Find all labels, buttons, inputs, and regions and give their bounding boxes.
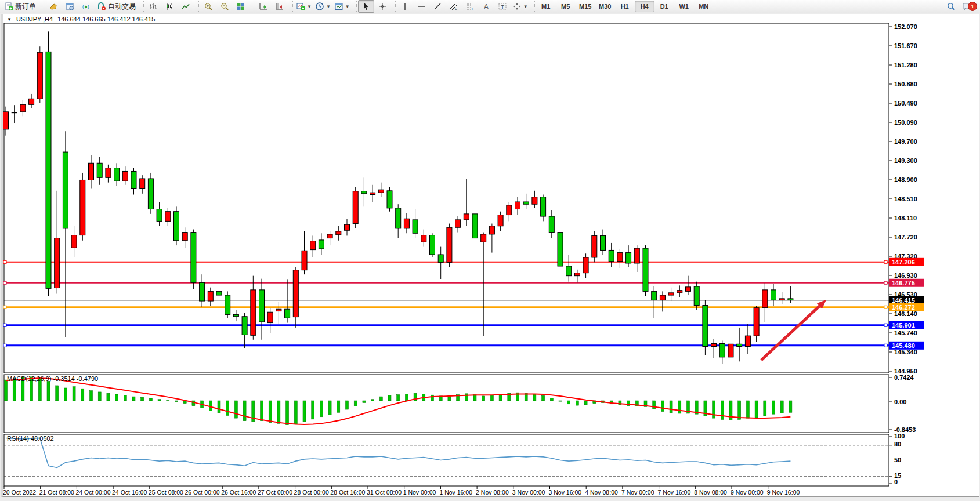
notifications-button[interactable]: 1 bbox=[959, 0, 975, 13]
macd-histogram-bar bbox=[234, 401, 237, 418]
chart-dropdown-icon[interactable]: ▼ bbox=[7, 17, 12, 22]
zoom-in-button[interactable] bbox=[200, 0, 216, 13]
text-label-tool-button[interactable]: T bbox=[494, 0, 511, 13]
auto-scroll-icon bbox=[259, 2, 268, 11]
timeframe-button-M15[interactable]: M15 bbox=[576, 1, 595, 12]
macd-histogram-bar bbox=[192, 401, 195, 406]
macd-histogram-bar bbox=[738, 401, 741, 419]
tile-windows-button[interactable] bbox=[233, 0, 249, 13]
fibonacci-tool-button[interactable]: F bbox=[462, 0, 478, 13]
timeframe-button-M5[interactable]: M5 bbox=[556, 1, 576, 12]
period-dropdown[interactable]: ▼ bbox=[313, 0, 332, 13]
macd-histogram-bar bbox=[789, 401, 792, 412]
crosshair-tool-button[interactable] bbox=[374, 0, 390, 13]
macd-histogram-bar bbox=[337, 401, 340, 412]
macd-histogram-bar bbox=[303, 401, 306, 422]
time-axis-label: 7 Nov 16:00 bbox=[658, 489, 691, 496]
new-order-button[interactable]: 新订单 bbox=[1, 0, 39, 13]
macd-histogram-bar bbox=[371, 400, 374, 401]
arrows-tool-dropdown[interactable]: ▼ bbox=[511, 0, 530, 13]
zoom-out-button[interactable] bbox=[216, 0, 233, 13]
macd-histogram-bar bbox=[107, 393, 110, 401]
chart-ohlc-values: 146.644 146.665 146.412 146.415 bbox=[57, 16, 155, 23]
timeframe-button-H4[interactable]: H4 bbox=[635, 1, 654, 12]
price-axis-label: 148.110 bbox=[894, 215, 917, 222]
toolbar-separator bbox=[531, 1, 535, 12]
notification-badge: 1 bbox=[968, 2, 977, 11]
macd-indicator-values: -0.3514 -0.4790 bbox=[53, 375, 98, 382]
time-axis-label: 9 Nov 16:00 bbox=[767, 489, 800, 496]
search-button[interactable] bbox=[943, 0, 959, 13]
toolbar-separator bbox=[392, 1, 396, 12]
market-watch-icon bbox=[65, 2, 74, 11]
macd-histogram-bar bbox=[141, 397, 144, 401]
macd-histogram-bar bbox=[465, 394, 468, 401]
macd-histogram-bar bbox=[363, 401, 366, 402]
price-axis-label: 149.700 bbox=[894, 138, 917, 145]
equidistant-channel-tool-button[interactable]: E bbox=[446, 0, 462, 13]
macd-histogram-bar bbox=[312, 401, 314, 419]
new-chart-dropdown[interactable]: ▼ bbox=[294, 0, 313, 13]
price-line-badge: 146.775 bbox=[892, 279, 915, 286]
timeframe-button-M1[interactable]: M1 bbox=[536, 1, 556, 12]
macd-histogram-bar bbox=[490, 395, 493, 401]
signals-button[interactable] bbox=[78, 0, 94, 13]
price-line-badge: 147.206 bbox=[892, 259, 915, 266]
candle bbox=[472, 209, 478, 243]
line-chart-icon bbox=[181, 2, 190, 11]
main-toolbar: 新订单 自动交易 bbox=[0, 0, 980, 13]
time-axis-label: 1 Nov 16:00 bbox=[439, 489, 472, 496]
timeframe-button-MN[interactable]: MN bbox=[694, 1, 714, 12]
macd-histogram-bar bbox=[576, 401, 578, 405]
toolbar-separator bbox=[250, 1, 254, 12]
text-tool-button[interactable]: A bbox=[478, 0, 494, 13]
template-dropdown[interactable]: ▼ bbox=[332, 0, 352, 13]
macd-histogram-bar bbox=[431, 395, 434, 401]
chart-shift-button[interactable] bbox=[272, 0, 288, 13]
macd-histogram-bar bbox=[354, 401, 357, 406]
toolbar-separator bbox=[140, 1, 144, 12]
vertical-line-tool-button[interactable] bbox=[397, 0, 413, 13]
macd-histogram-bar bbox=[209, 401, 212, 411]
time-axis-label: 20 Oct 2022 bbox=[3, 489, 36, 496]
price-axis-label: 151.280 bbox=[894, 61, 917, 68]
candle bbox=[37, 46, 42, 103]
macd-histogram-bar bbox=[124, 395, 126, 401]
zoom-out-icon bbox=[220, 2, 229, 11]
chart-canvas[interactable]: 152.070151.670151.280150.880150.490150.0… bbox=[0, 0, 980, 501]
line-chart-button[interactable] bbox=[178, 0, 194, 13]
macd-histogram-bar bbox=[243, 401, 246, 421]
chart-title-bar: ▼ USDJPY-,H4 146.644 146.665 146.412 146… bbox=[7, 16, 155, 23]
market-watch-button[interactable] bbox=[62, 0, 78, 13]
price-axis-label: 150.090 bbox=[894, 119, 917, 126]
bar-chart-button[interactable] bbox=[145, 0, 161, 13]
candle bbox=[174, 206, 179, 245]
time-axis-label: 24 Oct 00:00 bbox=[75, 489, 110, 496]
timeframe-button-W1[interactable]: W1 bbox=[674, 1, 694, 12]
search-icon bbox=[946, 2, 956, 11]
timeframe-button-D1[interactable]: D1 bbox=[654, 1, 674, 12]
time-axis-label: 28 Oct 16:00 bbox=[330, 489, 365, 496]
macd-histogram-bar bbox=[559, 401, 562, 401]
price-axis-label: 151.670 bbox=[894, 42, 917, 49]
chart-shift-icon bbox=[275, 2, 284, 11]
candlestick-chart-button[interactable] bbox=[161, 0, 178, 13]
timeframe-button-H1[interactable]: H1 bbox=[615, 1, 635, 12]
chart-profile-button[interactable] bbox=[45, 0, 62, 13]
bar-chart-icon bbox=[149, 2, 158, 11]
text-icon: A bbox=[482, 2, 491, 11]
horizontal-line-tool-button[interactable] bbox=[413, 0, 429, 13]
time-axis-label: 27 Oct 08:00 bbox=[258, 489, 292, 496]
auto-trading-button[interactable]: 自动交易 bbox=[94, 0, 139, 13]
trendline-icon bbox=[433, 2, 442, 11]
timeframe-button-M30[interactable]: M30 bbox=[595, 1, 615, 12]
macd-histogram-bar bbox=[542, 395, 545, 401]
macd-histogram-bar bbox=[73, 387, 75, 401]
macd-histogram-bar bbox=[388, 395, 391, 401]
channel-icon: E bbox=[449, 2, 458, 11]
time-axis-label: 21 Oct 08:00 bbox=[39, 489, 74, 496]
dropdown-caret-icon: ▼ bbox=[345, 4, 350, 9]
auto-scroll-button[interactable] bbox=[255, 0, 272, 13]
cursor-tool-button[interactable] bbox=[358, 0, 374, 13]
trendline-tool-button[interactable] bbox=[429, 0, 446, 13]
